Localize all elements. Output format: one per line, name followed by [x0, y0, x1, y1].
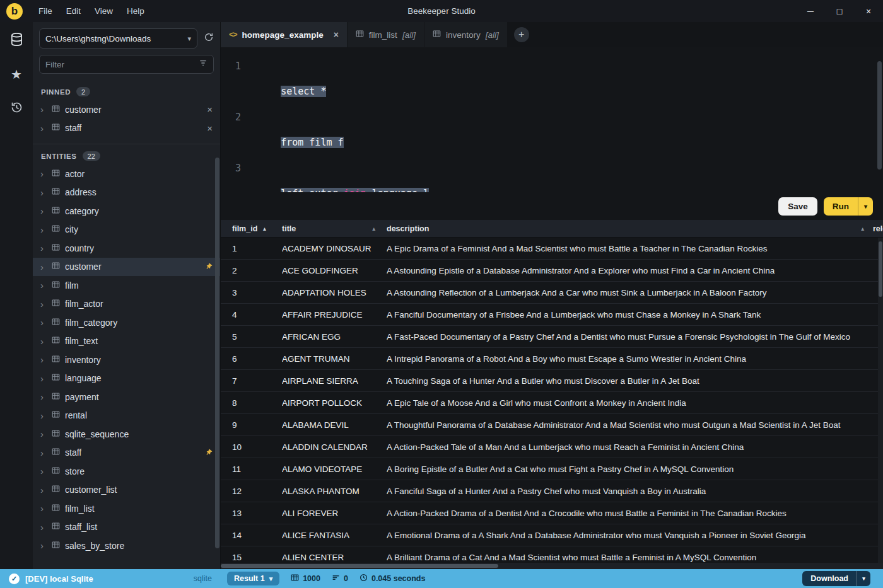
cell-film-id[interactable]: 8 — [221, 398, 282, 408]
chevron-right-icon[interactable]: › — [40, 485, 47, 495]
table-row-8[interactable]: 8 AIRPORT POLLOCK A Epic Tale of a Moose… — [221, 392, 883, 414]
table-row-10[interactable]: 10 ALADDIN CALENDAR A Action-Packed Tale… — [221, 436, 883, 458]
column-header-release-year[interactable]: release_year — [873, 224, 883, 233]
sidebar-item-staff_list[interactable]: › staff_list — [33, 518, 220, 537]
chevron-right-icon[interactable]: › — [40, 225, 47, 234]
cell-description[interactable]: A Boring Epistle of a Butler And a Cat w… — [387, 464, 883, 474]
cell-description[interactable]: A Epic Tale of a Moose And a Girl who mu… — [387, 398, 883, 408]
sidebar-item-staff[interactable]: › staff — [33, 444, 220, 463]
download-label[interactable]: Download — [802, 571, 857, 586]
cell-description[interactable]: A Touching Saga of a Hunter And a Butler… — [387, 376, 883, 386]
sidebar-item-payment[interactable]: › payment — [33, 388, 220, 406]
unpin-icon[interactable]: × — [207, 104, 213, 115]
chevron-right-icon[interactable]: › — [40, 392, 47, 401]
menu-file[interactable]: File — [33, 4, 58, 18]
cell-description[interactable]: A Epic Drama of a Feminist And a Mad Sci… — [387, 244, 883, 253]
cell-film-id[interactable]: 2 — [221, 266, 282, 275]
sidebar-item-customer[interactable]: › customer — [33, 258, 220, 277]
maximize-button[interactable]: □ — [825, 0, 854, 22]
menu-help[interactable]: Help — [121, 4, 150, 18]
cell-title[interactable]: ALIEN CENTER — [282, 553, 387, 562]
cell-title[interactable]: ALAMO VIDEOTAPE — [282, 464, 387, 474]
table-row-4[interactable]: 4 AFFAIR PREJUDICE A Fanciful Documentar… — [221, 304, 883, 326]
database-panel-button[interactable] — [8, 32, 25, 49]
cell-film-id[interactable]: 10 — [221, 442, 282, 452]
chevron-right-icon[interactable]: › — [40, 448, 47, 458]
cell-film-id[interactable]: 7 — [221, 376, 282, 386]
sidebar-item-film_text[interactable]: › film_text — [33, 332, 220, 351]
connection-status[interactable]: ✓ [DEV] local Sqlite sqlite — [0, 569, 221, 588]
history-button[interactable] — [8, 100, 25, 117]
table-filter-input[interactable] — [45, 60, 195, 69]
cell-film-id[interactable]: 1 — [221, 244, 282, 253]
close-tab-icon[interactable]: × — [334, 30, 339, 40]
table-row-11[interactable]: 11 ALAMO VIDEOTAPE A Boring Epistle of a… — [221, 458, 883, 480]
cell-description[interactable]: A Fanciful Saga of a Hunter And a Pastry… — [387, 487, 883, 496]
cell-film-id[interactable]: 5 — [221, 332, 282, 342]
tab-film_list[interactable]: film_list [all] — [348, 22, 424, 47]
sidebar-item-inventory[interactable]: › inventory — [33, 350, 220, 369]
sidebar-item-store[interactable]: › store — [33, 462, 220, 481]
close-window-button[interactable]: × — [854, 0, 883, 22]
result-tab-selector[interactable]: Result 1 ▾ — [227, 572, 279, 585]
table-row-3[interactable]: 3 ADAPTATION HOLES A Astounding Reflecti… — [221, 282, 883, 304]
cell-description[interactable]: A Astounding Epistle of a Database Admin… — [387, 266, 883, 275]
sort-icon[interactable]: ▲ — [371, 226, 377, 232]
table-row-1[interactable]: 1 ACADEMY DINOSAUR A Epic Drama of a Fem… — [221, 238, 883, 260]
sidebar-item-city[interactable]: › city — [33, 221, 220, 239]
sidebar-item-film[interactable]: › film — [33, 276, 220, 295]
chevron-right-icon[interactable]: › — [40, 124, 47, 133]
editor-scrollbar[interactable] — [877, 61, 882, 170]
column-header-film-id[interactable]: film_id ▲ — [221, 224, 282, 233]
cell-film-id[interactable]: 6 — [221, 354, 282, 364]
cell-title[interactable]: ADAPTATION HOLES — [282, 288, 387, 297]
cell-description[interactable]: A Brilliant Drama of a Cat And a Mad Sci… — [387, 553, 883, 562]
cell-film-id[interactable]: 13 — [221, 509, 282, 518]
results-vertical-scrollbar[interactable] — [878, 238, 883, 563]
cell-title[interactable]: ALADDIN CALENDAR — [282, 442, 387, 452]
cell-description[interactable]: A Astounding Reflection of a Lumberjack … — [387, 288, 883, 297]
sidebar-item-address[interactable]: › address — [33, 183, 220, 202]
cell-film-id[interactable]: 12 — [221, 487, 282, 496]
chevron-right-icon[interactable]: › — [40, 299, 47, 309]
sidebar-item-customer_list[interactable]: › customer_list — [33, 481, 220, 500]
sidebar-item-category[interactable]: › category — [33, 202, 220, 221]
sidebar-item-film_actor[interactable]: › film_actor — [33, 295, 220, 314]
menu-view[interactable]: View — [89, 4, 119, 18]
sidebar-item-country[interactable]: › country — [33, 239, 220, 258]
cell-title[interactable]: AIRPLANE SIERRA — [282, 376, 387, 386]
pinned-item-staff[interactable]: › staff × — [33, 119, 220, 138]
pinned-item-customer[interactable]: › customer × — [33, 100, 220, 119]
minimize-button[interactable]: ─ — [796, 0, 825, 22]
cell-description[interactable]: A Emotional Drama of a A Shark And a Dat… — [387, 531, 883, 540]
chevron-right-icon[interactable]: › — [40, 355, 47, 364]
cell-title[interactable]: ACADEMY DINOSAUR — [282, 244, 387, 253]
table-row-12[interactable]: 12 ALASKA PHANTOM A Fanciful Saga of a H… — [221, 480, 883, 502]
table-row-15[interactable]: 15 ALIEN CENTER A Brilliant Drama of a C… — [221, 546, 883, 563]
sidebar-item-language[interactable]: › language — [33, 369, 220, 388]
scrollbar-thumb[interactable] — [879, 241, 882, 297]
sidebar-item-film_category[interactable]: › film_category — [33, 313, 220, 332]
cell-film-id[interactable]: 14 — [221, 531, 282, 540]
sidebar-item-rental[interactable]: › rental — [33, 406, 220, 425]
cell-title[interactable]: AGENT TRUMAN — [282, 354, 387, 364]
sidebar-scrollbar[interactable] — [215, 158, 219, 548]
refresh-button[interactable] — [204, 32, 214, 45]
sql-editor[interactable]: 1 select * 2 from film f 3 left outer jo… — [221, 47, 883, 192]
cell-film-id[interactable]: 15 — [221, 553, 282, 562]
chevron-right-icon[interactable]: › — [40, 280, 47, 290]
download-button[interactable]: Download ▾ — [802, 571, 870, 586]
save-button[interactable]: Save — [778, 197, 817, 216]
chevron-right-icon[interactable]: › — [40, 337, 47, 346]
cell-description[interactable]: A Thoughtful Panorama of a Database Admi… — [387, 420, 883, 430]
chevron-right-icon[interactable]: › — [40, 374, 47, 383]
tab-homepage_example[interactable]: <> homepage_example × — [221, 22, 347, 47]
cell-film-id[interactable]: 11 — [221, 464, 282, 474]
table-row-5[interactable]: 5 AFRICAN EGG A Fast-Paced Documentary o… — [221, 326, 883, 348]
new-tab-button[interactable]: + — [514, 27, 529, 42]
download-options-caret[interactable]: ▾ — [857, 571, 870, 586]
cell-title[interactable]: ACE GOLDFINGER — [282, 266, 387, 275]
table-row-9[interactable]: 9 ALABAMA DEVIL A Thoughtful Panorama of… — [221, 414, 883, 436]
scrollbar-thumb[interactable] — [221, 564, 498, 568]
sort-asc-icon[interactable]: ▲ — [262, 226, 267, 232]
